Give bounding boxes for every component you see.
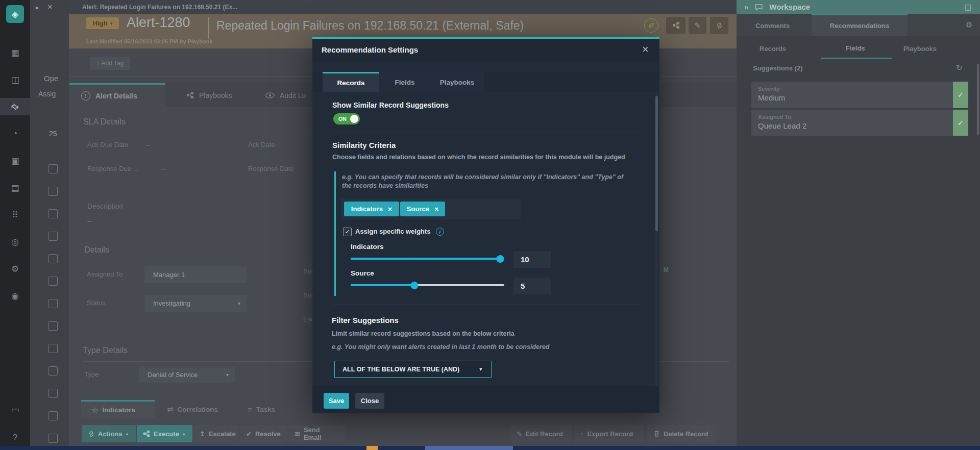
sidebar-item-queues[interactable]: ◫ xyxy=(0,71,30,88)
close-icon[interactable]: × xyxy=(642,43,649,56)
row-checkbox[interactable] xyxy=(48,164,58,173)
sidebar-item-cases[interactable]: ▣ xyxy=(0,152,30,169)
export-record-button[interactable]: ↑ Export Record xyxy=(574,425,644,442)
sidebar-item-help[interactable]: ? xyxy=(0,429,30,446)
row-checkbox[interactable] xyxy=(48,389,58,398)
caret-up-icon: ▴ xyxy=(183,431,185,436)
row-checkbox[interactable] xyxy=(48,299,58,308)
type-select[interactable]: Denial of Service ▾ xyxy=(139,367,235,383)
sidebar-item-users[interactable]: ◉ xyxy=(0,287,30,305)
execute-button[interactable]: Execute ▴ xyxy=(137,425,192,442)
edit-button[interactable]: ✎ xyxy=(689,17,706,34)
tab-correlations[interactable]: ⇄ Correlations xyxy=(155,400,236,418)
tab-comments[interactable]: Comments xyxy=(755,22,790,30)
subtab-playbooks[interactable]: Playbooks xyxy=(903,45,937,53)
delete-record-button[interactable]: Delete Record xyxy=(647,425,716,442)
suggestion-card: Assigned To Queue Lead 2 ✓ xyxy=(751,110,968,136)
resolve-button[interactable]: ✔ Resolve xyxy=(240,425,287,442)
row-checkbox[interactable] xyxy=(48,187,58,196)
expand-panel-icon[interactable]: ▸ xyxy=(36,4,39,11)
row-checkbox[interactable] xyxy=(48,411,58,420)
suggestion-label: Assigned To xyxy=(758,114,791,120)
status-select[interactable]: Investigating ▾ xyxy=(144,295,247,312)
check-icon: ✔ xyxy=(246,430,252,438)
copy-link-button[interactable] xyxy=(710,17,728,34)
record-tab-title[interactable]: Alert: Repeated Login Failures on 192.16… xyxy=(82,4,237,11)
view-playbooks-button[interactable] xyxy=(666,17,685,34)
edit-record-button[interactable]: ✎ Edit Record xyxy=(510,425,572,442)
sidebar-item-incidents[interactable]: ⇄ xyxy=(0,98,30,115)
app-logo[interactable]: ◈ xyxy=(6,5,24,23)
sidebar-item-settings[interactable]: ⚙ xyxy=(0,260,30,278)
row-checkbox[interactable] xyxy=(48,254,58,263)
sidebar-item-dashboard[interactable]: ▦ xyxy=(0,44,30,61)
tag-indicators[interactable]: Indicators × xyxy=(344,202,399,216)
toggle-knob xyxy=(350,115,358,123)
close-panel-icon[interactable]: × xyxy=(47,2,53,12)
alert-title: Repeated Login Failures on 192.168.50.21… xyxy=(216,19,524,33)
slider-indicators-value[interactable]: 10 xyxy=(513,251,551,268)
modal-scrollbar-track[interactable] xyxy=(655,94,658,397)
filter-logic-select[interactable]: ALL OF THE BELOW ARE TRUE (AND) ▾ xyxy=(334,361,492,378)
actions-button[interactable]: Actions ▴ xyxy=(82,425,136,442)
panel-scrollbar[interactable] xyxy=(977,64,979,135)
show-similar-toggle[interactable]: ON xyxy=(333,113,360,124)
refresh-icon[interactable]: ↻ xyxy=(956,63,963,72)
row-checkbox[interactable] xyxy=(48,321,58,331)
slider-source[interactable] xyxy=(351,284,504,286)
accept-suggestion-button[interactable]: ✓ xyxy=(953,110,968,136)
severity-badge[interactable]: High ▾ xyxy=(86,17,119,29)
row-checkbox[interactable] xyxy=(48,366,58,376)
accept-suggestion-button[interactable]: ✓ xyxy=(953,82,968,108)
caret-up-icon: ▴ xyxy=(126,431,129,436)
modal-scrollbar-thumb[interactable] xyxy=(655,96,658,231)
row-checkbox[interactable] xyxy=(48,209,58,218)
remove-tag-icon[interactable]: × xyxy=(388,205,392,213)
modal-tab-playbooks[interactable]: Playbooks xyxy=(430,72,484,92)
assign-weights-label: Assign specific weights xyxy=(355,228,430,235)
sidebar-item-modules[interactable]: ⠿ xyxy=(0,206,30,223)
health-leaf-icon[interactable] xyxy=(644,18,658,33)
link-icon xyxy=(88,431,94,437)
sidebar-item-reports[interactable]: ▤ xyxy=(0,179,30,196)
eye-icon xyxy=(265,92,275,98)
subtab-records[interactable]: Records xyxy=(760,45,786,53)
alert-details-icon: ! xyxy=(81,91,90,101)
response-date-label: Response Date xyxy=(248,165,294,172)
panel-layout-icon[interactable]: ◫ xyxy=(965,3,972,12)
send-email-button[interactable]: ✉ Send Email xyxy=(288,425,345,442)
remove-tag-icon[interactable]: × xyxy=(434,205,438,213)
save-button[interactable]: Save xyxy=(324,393,349,409)
tab-alert-details[interactable]: ! Alert Details xyxy=(69,83,165,107)
tab-recommendations[interactable]: Recommendations xyxy=(812,14,908,36)
modal-tab-records[interactable]: Records xyxy=(323,72,379,92)
add-tag-button[interactable]: + Add Tag xyxy=(90,57,130,70)
slider-source-value[interactable]: 5 xyxy=(513,278,551,294)
assigned-to-field[interactable]: Manager 1 xyxy=(144,266,247,283)
close-button[interactable]: Close xyxy=(355,393,384,409)
collapse-workspace-icon[interactable]: » xyxy=(744,3,748,11)
tab-playbooks[interactable]: Playbooks xyxy=(166,83,253,107)
filter-example: e.g. You might only want alerts created … xyxy=(332,343,549,351)
assign-weights-checkbox[interactable]: ✓ xyxy=(343,228,352,236)
modal-tab-fields[interactable]: Fields xyxy=(379,72,430,92)
tag-source[interactable]: Source × xyxy=(400,202,445,216)
row-checkbox[interactable] xyxy=(48,232,58,241)
sidebar-item-hunt[interactable]: ◎ xyxy=(0,233,30,251)
row-checkbox[interactable] xyxy=(48,344,58,353)
sidebar-item-navigator[interactable]: ◔ xyxy=(0,125,30,142)
tab-tasks[interactable]: ≡ Tasks xyxy=(236,400,300,418)
os-taskbar[interactable] xyxy=(0,446,980,450)
tab-indicators[interactable]: ☆ Indicators xyxy=(81,400,155,418)
subtab-fields[interactable]: Fields xyxy=(846,44,865,52)
info-icon[interactable]: i xyxy=(436,228,444,236)
row-checkbox[interactable] xyxy=(48,277,58,286)
slider-handle[interactable] xyxy=(497,255,504,263)
sidebar-item-archive[interactable]: ▭ xyxy=(0,401,30,418)
gear-icon[interactable]: ⚙ xyxy=(966,20,972,30)
slider-handle[interactable] xyxy=(410,282,418,289)
escalate-button[interactable]: ↥ Escalate xyxy=(193,425,239,442)
row-checkbox[interactable] xyxy=(48,434,58,443)
slider-indicators[interactable] xyxy=(351,258,504,260)
criteria-tags-input[interactable]: Indicators × Source × xyxy=(341,198,521,219)
